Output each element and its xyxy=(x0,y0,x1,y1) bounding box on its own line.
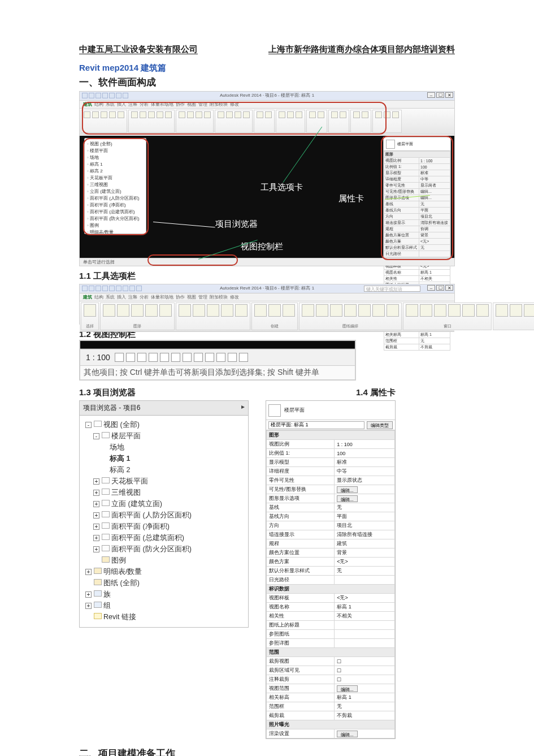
tree-item[interactable]: 标高 1 xyxy=(87,161,144,168)
ribbon-group[interactable] xyxy=(493,303,534,330)
expand-icon[interactable]: + xyxy=(93,546,99,552)
ribbon-group[interactable] xyxy=(372,110,402,133)
minimize-button[interactable]: – xyxy=(427,285,435,291)
tree-item[interactable]: 面积平面 (人防分区面积) xyxy=(87,195,144,202)
edit-button[interactable]: 编辑... xyxy=(337,685,358,692)
ribbon-group[interactable]: 窗口 xyxy=(403,303,492,330)
view-control-icon[interactable] xyxy=(228,353,237,362)
ribbon-tab[interactable]: 视图 xyxy=(187,294,196,300)
tree-item[interactable]: +族 xyxy=(85,589,244,600)
expand-icon[interactable]: + xyxy=(93,535,99,541)
ribbon-button-icon[interactable] xyxy=(254,304,267,317)
ribbon-tab-strip[interactable]: 建筑结构系统插入注释分析体量和场地协作视图管理附加模块修改 xyxy=(80,101,454,109)
qat-icon[interactable] xyxy=(89,93,94,98)
minimize-button[interactable]: – xyxy=(427,92,435,98)
ribbon-button-icon[interactable] xyxy=(462,304,475,317)
qat-icon[interactable] xyxy=(123,93,128,98)
ribbon-button-icon[interactable] xyxy=(235,304,248,317)
ribbon-button-icon[interactable] xyxy=(140,111,146,118)
ribbon-tab[interactable]: 附加模块 xyxy=(210,294,228,300)
tree-item[interactable]: 明细表/数量 xyxy=(87,229,144,234)
tree-item[interactable]: Revit 链接 xyxy=(85,611,244,623)
tree-item[interactable]: 标高 2 xyxy=(87,168,144,175)
property-value[interactable]: 无 xyxy=(335,567,395,576)
close-button[interactable]: ✕ xyxy=(445,92,453,98)
property-value[interactable]: 标高 1 xyxy=(335,693,395,702)
tree-item[interactable]: +面积平面 (人防分区面积) xyxy=(93,509,244,521)
ribbon-group[interactable] xyxy=(350,110,371,133)
collapse-icon[interactable]: - xyxy=(85,422,92,428)
property-value[interactable]: 100 xyxy=(335,449,395,458)
property-value[interactable]: 编辑... xyxy=(335,729,395,738)
ribbon-tab-strip[interactable]: 建筑结构系统插入注释分析体量和场地协作视图管理附加模块修改 xyxy=(80,293,454,301)
ribbon-button-icon[interactable] xyxy=(302,304,314,317)
ribbon-button-icon[interactable] xyxy=(309,111,316,118)
view-control-icon[interactable] xyxy=(137,353,146,362)
edit-button[interactable]: 编辑... xyxy=(337,486,358,493)
ribbon-button-icon[interactable] xyxy=(243,111,250,118)
qat-icon[interactable] xyxy=(136,286,142,291)
ribbon-button-icon[interactable] xyxy=(340,111,346,118)
expand-icon[interactable]: + xyxy=(85,569,92,575)
ribbon[interactable]: 选择图形创建图纸编排窗口 xyxy=(80,301,454,332)
view-control-icon[interactable] xyxy=(205,353,214,362)
ribbon-button-icon[interactable] xyxy=(510,304,522,317)
ribbon-button-icon[interactable] xyxy=(296,111,302,118)
ribbon-tab[interactable]: 插入 xyxy=(117,101,126,107)
tree-item[interactable]: +面积平面 (总建筑面积) xyxy=(93,532,244,543)
ribbon-button-icon[interactable] xyxy=(218,111,224,118)
qat-icon[interactable] xyxy=(116,286,121,291)
ribbon-tab[interactable]: 协作 xyxy=(176,294,185,300)
tree-item[interactable]: 楼层平面 xyxy=(87,148,144,154)
ribbon-button-icon[interactable] xyxy=(226,111,233,118)
project-browser-panel[interactable]: 项目浏览器 - 项目6 ▸ -视图 (全部)-楼层平面场地标高 1标高 2+天花… xyxy=(79,400,249,628)
expand-icon[interactable]: + xyxy=(85,603,92,609)
ribbon-button-icon[interactable] xyxy=(448,304,461,317)
ribbon-button-icon[interactable] xyxy=(287,111,294,118)
ribbon-button-icon[interactable] xyxy=(268,304,281,317)
qat-icon[interactable] xyxy=(89,286,94,291)
ribbon-tab[interactable]: 建筑 xyxy=(83,101,92,107)
ribbon-button-icon[interactable] xyxy=(392,111,399,118)
ribbon-button-icon[interactable] xyxy=(406,304,418,317)
ribbon-tab[interactable]: 结构 xyxy=(94,294,103,300)
ribbon-button-icon[interactable] xyxy=(84,111,90,118)
ribbon-tab[interactable]: 注释 xyxy=(128,294,137,300)
ribbon-group[interactable] xyxy=(328,110,349,133)
properties-panel[interactable]: 楼层平面 编辑类型 图形视图比例1 : 100比例值 1:100显示模型标准详细… xyxy=(266,400,396,739)
property-value[interactable]: 编辑... xyxy=(335,684,395,693)
ribbon-group[interactable] xyxy=(176,303,250,330)
ribbon-button-icon[interactable] xyxy=(131,304,144,317)
property-value[interactable]: 无 xyxy=(335,702,395,711)
ribbon-button-icon[interactable] xyxy=(279,111,285,118)
qat-icon[interactable] xyxy=(95,93,101,98)
ribbon-button-icon[interactable] xyxy=(362,111,368,118)
ribbon-button-icon[interactable] xyxy=(524,304,534,317)
properties-selector[interactable]: 编辑类型 xyxy=(266,420,395,430)
ribbon-button-icon[interactable] xyxy=(117,304,129,317)
qat-icon[interactable] xyxy=(95,286,101,291)
expand-icon[interactable]: + xyxy=(93,512,99,519)
tree-item[interactable]: 图纸 (全部) xyxy=(85,577,244,589)
view-control-icon[interactable] xyxy=(115,353,124,362)
ribbon-group[interactable] xyxy=(81,110,127,133)
expand-icon[interactable]: + xyxy=(93,501,99,507)
ribbon-button-icon[interactable] xyxy=(118,111,124,118)
property-value[interactable] xyxy=(335,657,395,666)
chevron-right-icon[interactable]: ▸ xyxy=(241,403,245,411)
ribbon-button-icon[interactable] xyxy=(344,304,357,317)
property-value[interactable]: <无> xyxy=(335,558,395,567)
ribbon-group[interactable]: 选择 xyxy=(81,303,99,330)
property-value[interactable]: 建筑 xyxy=(335,539,395,548)
property-value[interactable]: 不剪裁 xyxy=(335,711,395,720)
qat-icon[interactable] xyxy=(102,93,108,98)
ribbon-tab[interactable]: 附加模块 xyxy=(210,101,228,107)
ribbon-group[interactable] xyxy=(276,110,305,133)
tree-item[interactable]: +组 xyxy=(85,600,244,611)
ribbon-button-icon[interactable] xyxy=(476,304,489,317)
tree-item[interactable]: 面积平面 (净面积) xyxy=(87,202,144,209)
ribbon-tab[interactable]: 系统 xyxy=(106,294,115,300)
property-value[interactable]: 平面 xyxy=(335,512,395,521)
edit-button[interactable]: 编辑... xyxy=(337,731,358,737)
ribbon-button-icon[interactable] xyxy=(434,304,446,317)
